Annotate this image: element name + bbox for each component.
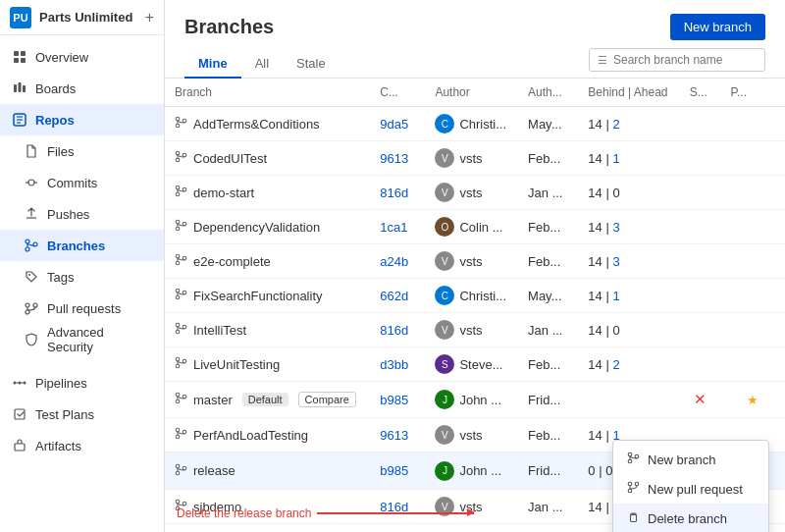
branch-search[interactable]: ☰ [589,48,765,72]
ahead-link[interactable]: 3 [612,254,619,269]
branch-name-cell: CodedUITest [165,141,370,176]
commit-link[interactable]: d3bb [380,357,408,372]
author-name: vsts [459,151,482,166]
author-avatar: V [435,425,454,445]
author-cell: J John ... [425,382,518,418]
sidebar-item-boards[interactable]: Boards [0,73,164,104]
table-row: demo-start 816d V vsts Jan ... 14 | 0 [165,176,785,210]
sidebar-item-pull-requests[interactable]: Pull requests [0,293,164,324]
commit-link[interactable]: 662d [380,289,408,303]
sidebar-item-overview[interactable]: Overview [0,41,164,73]
sidebar-item-commits[interactable]: Commits [0,167,164,198]
svg-point-49 [176,289,180,293]
pipelines-icon [12,375,27,391]
author-name: Colin ... [459,220,502,235]
auth-date-cell: Frid... [518,452,578,490]
svg-point-35 [183,153,186,157]
svg-point-50 [176,295,180,299]
author-name: vsts [459,428,482,443]
svg-point-65 [176,428,180,432]
svg-point-63 [183,395,186,399]
commit-link[interactable]: 9da5 [380,117,408,132]
auth-date-cell: Feb... [518,347,578,382]
sidebar-item-files[interactable]: Files [0,135,164,167]
behind-ahead-cell [578,382,679,418]
search-input[interactable] [613,53,741,67]
sidebar-item-advanced-security[interactable]: Advanced Security [0,324,164,355]
branch-name-cell: DependencyValidation [165,210,370,244]
behind-count: 14 [588,357,602,372]
svg-point-17 [28,274,30,276]
ahead-link[interactable]: 2 [612,357,619,372]
author-avatar: V [435,251,454,271]
col-p: P... [721,79,785,107]
sidebar-item-pushes[interactable]: Pushes [0,198,164,230]
sidebar-item-repos[interactable]: Repos [0,104,164,135]
auth-date-cell: Frid... [518,382,578,418]
behind-count: 14 [588,500,602,514]
s-cell [680,313,721,347]
s-cell [680,279,721,313]
branch-type-icon [175,392,187,407]
behind-ahead-cell: 14 | 2 [578,107,679,141]
sidebar-item-tags[interactable]: Tags [0,261,164,293]
commit-link[interactable]: b985 [380,463,408,478]
commit-link[interactable]: 816d [380,323,408,338]
p-cell [721,107,785,141]
sidebar-item-pipelines-label: Pipelines [35,376,87,391]
author-cell: V vsts [425,313,518,347]
branch-type-icon [175,185,187,200]
auth-date-cell: Jan ... [518,490,578,524]
svg-point-83 [635,482,639,486]
search-icon: ☰ [598,54,607,67]
commit-link[interactable]: 9613 [380,428,408,443]
ahead-link[interactable]: 2 [612,117,619,132]
col-branch: Branch [165,79,370,107]
commit-link[interactable]: b985 [380,393,408,407]
sidebar-item-branches[interactable]: Branches [0,230,164,261]
svg-point-15 [26,247,29,251]
commit-link[interactable]: 1ca1 [380,220,407,235]
add-org-button[interactable]: + [145,9,154,27]
commit-link[interactable]: 816d [380,186,408,200]
behind-count: 0 [588,463,595,478]
new-branch-button[interactable]: New branch [670,14,765,40]
svg-point-14 [26,239,29,243]
branch-name-cell: release [165,452,370,490]
svg-point-82 [628,489,632,493]
commit-cell: 1ca1 [370,210,425,244]
sidebar-item-pushes-label: Pushes [47,207,89,222]
svg-point-81 [628,482,632,486]
context-menu-new-pr[interactable]: New pull request [613,474,768,504]
ahead-link[interactable]: 3 [612,220,619,235]
delete-icon[interactable]: ✕ [690,389,710,410]
ahead-link[interactable]: 1 [612,151,619,166]
commit-link[interactable]: 9613 [380,151,408,166]
tab-mine[interactable]: Mine [184,50,241,79]
branch-type-icon [175,219,187,235]
sidebar-item-test-plans[interactable]: Test Plans [0,399,164,430]
sidebar-item-pipelines[interactable]: Pipelines [0,367,164,399]
sidebar-item-artifacts[interactable]: Artifacts [0,430,164,461]
context-menu-delete-branch[interactable]: Delete branch [613,504,768,532]
ahead-link[interactable]: 1 [612,289,619,303]
context-menu-new-branch[interactable]: New branch [613,445,768,474]
sidebar-item-overview-label: Overview [35,50,88,65]
star-icon[interactable]: ★ [743,391,762,409]
tab-stale[interactable]: Stale [283,50,340,79]
author-name: John ... [459,463,501,478]
col-commit: C... [370,79,425,107]
compare-badge[interactable]: Compare [298,392,356,407]
auth-date-cell: May... [518,279,578,313]
svg-point-79 [635,454,639,458]
branch-type-icon [175,116,187,132]
author-name: vsts [459,254,482,269]
svg-point-66 [176,435,180,439]
test-plans-icon [12,406,27,422]
svg-point-11 [28,180,34,186]
commit-link[interactable]: a24b [380,254,408,269]
author-name: Christi... [459,289,506,303]
svg-point-70 [176,471,180,475]
tab-all[interactable]: All [241,50,283,79]
branch-name-text: PerfAndLoadTesting [193,428,308,443]
